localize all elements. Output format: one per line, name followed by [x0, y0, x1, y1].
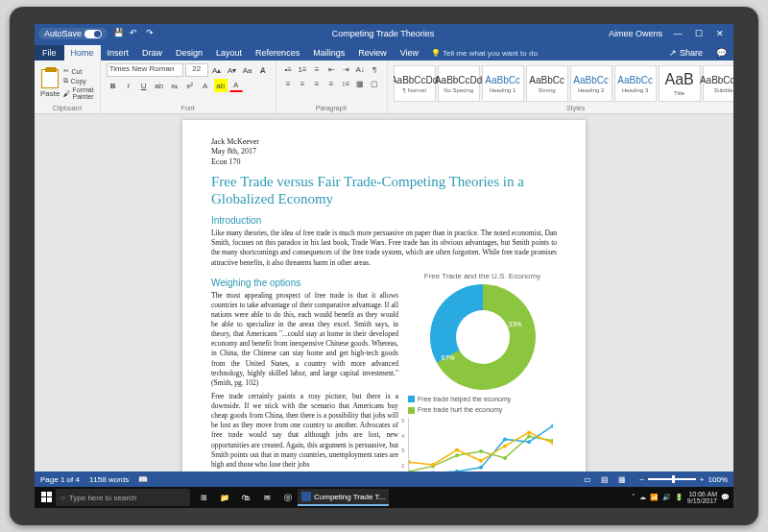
cut-button[interactable]: ✂ Cut: [63, 67, 93, 75]
style-heading-2[interactable]: AaBbCcHeading 2: [570, 65, 612, 102]
file-tab[interactable]: File: [35, 45, 64, 60]
zoom-slider[interactable]: [648, 478, 696, 480]
svg-rect-22: [47, 492, 52, 496]
grow-font-icon[interactable]: A▴: [210, 63, 224, 77]
mail-icon[interactable]: ✉: [257, 489, 276, 506]
share-button[interactable]: ↗ Share: [662, 45, 709, 60]
zoom-level[interactable]: 100%: [708, 475, 728, 484]
style-heading-3[interactable]: AaBbCcHeading 3: [614, 65, 657, 102]
word-count[interactable]: 1158 words: [89, 475, 129, 484]
clear-format-icon[interactable]: A̷: [256, 63, 270, 77]
battery-icon[interactable]: 🔋: [675, 494, 684, 501]
spellcheck-icon[interactable]: 📖: [138, 475, 148, 484]
outdent-icon[interactable]: ⇤: [325, 63, 338, 76]
web-layout-icon[interactable]: ▦: [615, 473, 629, 485]
user-name[interactable]: Aimee Owens: [609, 29, 662, 38]
sort-icon[interactable]: A↓: [354, 63, 367, 76]
change-case-icon[interactable]: Aa: [241, 63, 254, 77]
tab-view[interactable]: View: [394, 45, 425, 60]
svg-point-19: [527, 430, 531, 434]
subscript-button[interactable]: x₂: [168, 79, 181, 92]
tab-references[interactable]: References: [249, 45, 306, 60]
font-color-icon[interactable]: A: [229, 79, 243, 92]
borders-icon[interactable]: ▢: [369, 78, 381, 90]
style-subtitle[interactable]: AaBbCcDdSubtitle: [703, 65, 733, 102]
italic-button[interactable]: I: [122, 79, 135, 92]
font-name-select[interactable]: Times New Roman: [107, 63, 183, 77]
bold-button[interactable]: B: [107, 79, 120, 92]
notifications-icon[interactable]: 💬: [721, 494, 730, 501]
superscript-button[interactable]: x²: [183, 79, 197, 92]
system-tray[interactable]: ˄ ☁ 📶 🔊 🔋 10:06 AM 9/15/2017 💬: [632, 491, 730, 504]
tab-review[interactable]: Review: [351, 45, 394, 60]
volume-icon[interactable]: 🔊: [662, 494, 671, 501]
numbering-icon[interactable]: 1≡: [297, 63, 309, 76]
style-strong[interactable]: AaBbCcStrong: [526, 65, 568, 102]
align-left-icon[interactable]: ≡: [282, 78, 295, 90]
format-painter-button[interactable]: 🖌 Format Painter: [63, 86, 93, 100]
clock[interactable]: 10:06 AM 9/15/2017: [687, 491, 717, 504]
shading-icon[interactable]: ▦: [354, 78, 367, 90]
font-size-select[interactable]: 22: [185, 63, 208, 77]
task-view-icon[interactable]: ⊞: [194, 489, 213, 506]
read-mode-icon[interactable]: ▭: [581, 473, 594, 485]
minimize-icon[interactable]: —: [668, 26, 687, 41]
edge-icon[interactable]: ⓔ: [278, 489, 298, 506]
autosave-toggle[interactable]: AutoSave: [38, 28, 108, 39]
align-center-icon[interactable]: ≡: [297, 78, 309, 90]
tab-insert[interactable]: Insert: [101, 45, 136, 60]
taskbar: ○ Type here to search ⊞ 📁 🛍 ✉ ⓔ Competin…: [35, 487, 733, 508]
underline-button[interactable]: U: [137, 79, 151, 92]
svg-rect-21: [41, 492, 46, 496]
text-effects-icon[interactable]: A: [199, 79, 212, 92]
svg-point-15: [431, 463, 435, 467]
style-heading-1[interactable]: AaBbCcHeading 1: [482, 65, 524, 102]
wifi-icon[interactable]: 📶: [650, 494, 659, 501]
tray-up-icon[interactable]: ˄: [632, 494, 636, 501]
maximize-icon[interactable]: ☐: [689, 26, 708, 41]
explorer-icon[interactable]: 📁: [215, 489, 234, 506]
copy-button[interactable]: ⧉ Copy: [63, 77, 93, 85]
shrink-font-icon[interactable]: A▾: [226, 63, 239, 77]
document-area[interactable]: Jack McKeever May 8th, 2017 Econ 170 Fre…: [35, 114, 733, 472]
tab-mailings[interactable]: Mailings: [306, 45, 351, 60]
page-indicator[interactable]: Page 1 of 4: [40, 475, 80, 484]
justify-icon[interactable]: ≡: [325, 78, 338, 90]
tab-draw[interactable]: Draw: [135, 45, 169, 60]
paragraph-group: •≡ 1≡ ≡ ⇤ ⇥ A↓ ¶ ≡ ≡ ≡ ≡ ↕≡ ▦ ▢ Paragrap…: [276, 60, 388, 113]
style-no-spacing[interactable]: AaBbCcDdNo Spacing: [438, 65, 480, 102]
strike-button[interactable]: ab: [153, 79, 166, 92]
bullets-icon[interactable]: •≡: [282, 63, 295, 76]
start-button[interactable]: [38, 489, 56, 506]
align-right-icon[interactable]: ≡: [311, 78, 324, 90]
zoom-in-icon[interactable]: +: [700, 475, 705, 484]
undo-icon[interactable]: ↶: [130, 28, 141, 39]
paste-button[interactable]: Paste: [40, 69, 60, 98]
line-spacing-icon[interactable]: ↕≡: [340, 78, 352, 90]
quick-access-toolbar: 💾 ↶ ↷: [113, 28, 157, 39]
onedrive-icon[interactable]: ☁: [639, 494, 646, 501]
tab-home[interactable]: Home: [64, 45, 101, 60]
style--normal[interactable]: AaBbCcDd¶ Normal: [394, 65, 436, 102]
store-icon[interactable]: 🛍: [236, 489, 255, 506]
page[interactable]: Jack McKeever May 8th, 2017 Econ 170 Fre…: [182, 120, 586, 472]
tab-design[interactable]: Design: [169, 45, 209, 60]
highlight-icon[interactable]: ab: [214, 79, 228, 92]
comments-icon[interactable]: 💬: [709, 45, 733, 60]
save-icon[interactable]: 💾: [113, 28, 125, 39]
zoom-out-icon[interactable]: −: [639, 475, 644, 484]
tab-layout[interactable]: Layout: [209, 45, 249, 60]
multilevel-icon[interactable]: ≡: [311, 63, 324, 76]
close-icon[interactable]: ✕: [710, 26, 730, 41]
tell-me[interactable]: 💡 Tell me what you want to do: [425, 46, 543, 60]
show-marks-icon[interactable]: ¶: [369, 63, 381, 76]
print-layout-icon[interactable]: ▤: [598, 473, 612, 485]
style-title[interactable]: AaBTitle: [659, 65, 701, 102]
redo-icon[interactable]: ↷: [146, 28, 157, 39]
svg-point-14: [409, 460, 411, 464]
indent-icon[interactable]: ⇥: [340, 63, 352, 76]
taskbar-search[interactable]: ○ Type here to search: [56, 489, 190, 506]
zoom-control[interactable]: − + 100%: [639, 475, 728, 484]
ribbon-tabs: File HomeInsertDrawDesignLayoutReference…: [35, 43, 733, 60]
word-taskbar-button[interactable]: Competing Trade T...: [298, 489, 389, 506]
